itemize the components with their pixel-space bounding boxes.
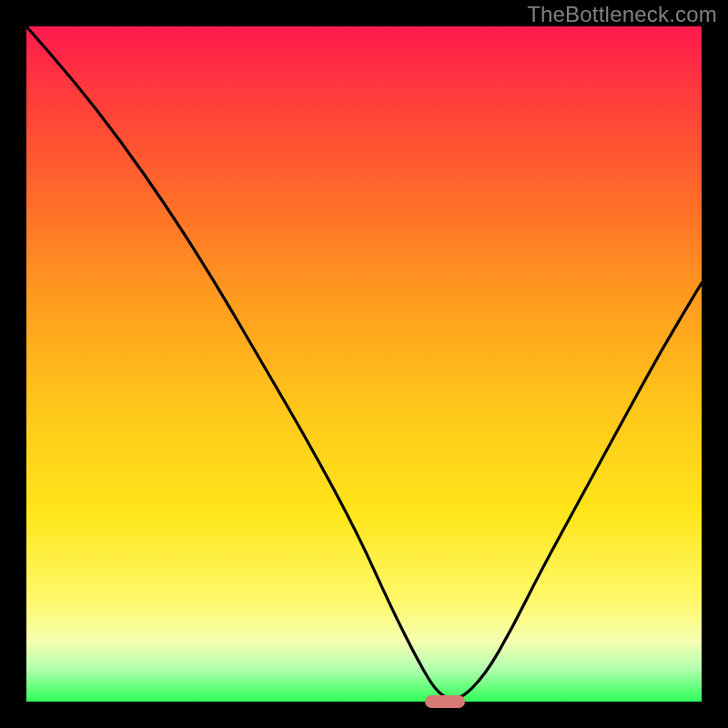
bottleneck-curve (26, 26, 702, 699)
watermark: TheBottleneck.com (527, 2, 717, 27)
chart-overlay (0, 0, 728, 728)
minimum-marker (425, 695, 465, 708)
chart-frame: TheBottleneck.com (0, 0, 728, 728)
